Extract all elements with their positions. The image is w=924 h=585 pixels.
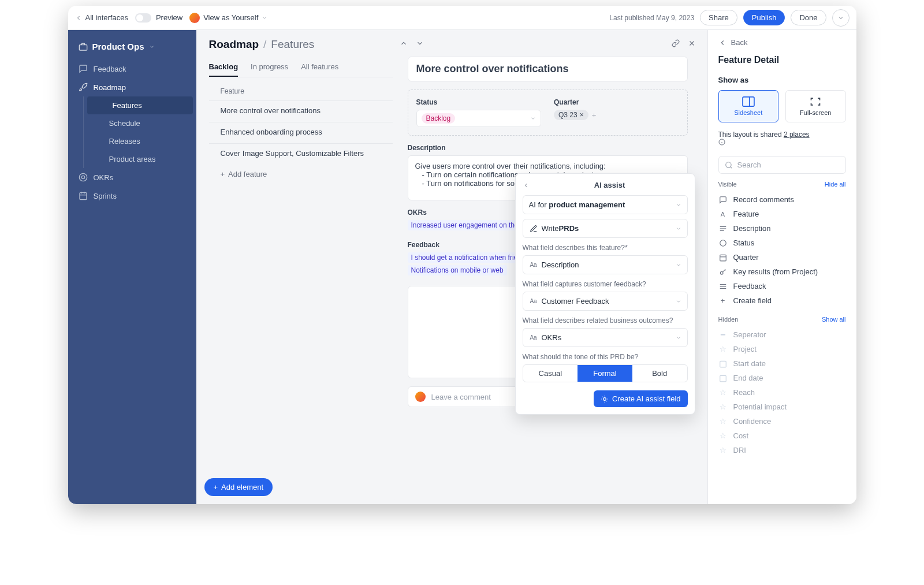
create-ai-field-button[interactable]: Create AI assist field bbox=[594, 390, 688, 407]
calendar-icon bbox=[718, 254, 728, 262]
view-as-dropdown[interactable]: View as Yourself bbox=[189, 13, 267, 23]
topbar-right: Last published May 9, 2023 Share Publish… bbox=[609, 9, 849, 27]
visible-field-keyresults[interactable]: Key results (from Project) bbox=[718, 264, 846, 279]
hidden-field-enddate[interactable]: End date bbox=[718, 371, 846, 385]
add-quarter-button[interactable]: + bbox=[592, 111, 597, 120]
sel-prefix: AI for bbox=[529, 200, 549, 209]
visible-field-feedback[interactable]: Feedback bbox=[718, 279, 846, 293]
all-interfaces-link[interactable]: All interfaces bbox=[75, 13, 128, 22]
show-all-button[interactable]: Show all bbox=[822, 316, 846, 323]
hidden-field-startdate[interactable]: Start date bbox=[718, 356, 846, 371]
info-icon[interactable] bbox=[718, 139, 846, 146]
visible-field-description[interactable]: Description bbox=[718, 221, 846, 236]
chevron-down-icon bbox=[149, 44, 155, 50]
feedback-field-select[interactable]: Aa Customer Feedback bbox=[523, 292, 688, 311]
close-icon[interactable]: × bbox=[580, 111, 584, 119]
more-menu-button[interactable] bbox=[832, 9, 850, 27]
okrs-linked-record[interactable]: Increased user engagement on the p bbox=[408, 220, 528, 230]
ai-action-select[interactable]: Write PRDs bbox=[523, 219, 688, 238]
create-field-button[interactable]: +Create field bbox=[718, 293, 846, 308]
show-as-fullscreen[interactable]: Full-screen bbox=[785, 90, 846, 122]
svg-rect-21 bbox=[720, 255, 726, 261]
publish-button[interactable]: Publish bbox=[743, 10, 785, 25]
plus-icon: + bbox=[718, 296, 728, 305]
feedback-linked-record[interactable]: Notifications on mobile or web bbox=[408, 265, 507, 275]
panel-back-button[interactable]: Back bbox=[718, 38, 846, 47]
add-element-button[interactable]: + Add element bbox=[204, 478, 273, 496]
field-label: Quarter bbox=[733, 253, 759, 262]
close-icon[interactable] bbox=[688, 39, 696, 47]
hidden-field-impact[interactable]: ☆Potential impact bbox=[718, 400, 846, 414]
sparkle-icon bbox=[601, 395, 609, 403]
feedback-linked-record[interactable]: I should get a notification when frien bbox=[408, 252, 525, 263]
breadcrumb-root[interactable]: Roadmap bbox=[209, 38, 259, 51]
feature-field-select[interactable]: Aa Description bbox=[523, 255, 688, 274]
link-icon[interactable] bbox=[672, 39, 680, 47]
avatar-icon bbox=[415, 392, 426, 402]
tone-bold-button[interactable]: Bold bbox=[632, 365, 687, 382]
sidebar-item-sprints[interactable]: Sprints bbox=[68, 187, 196, 205]
chevron-down-icon bbox=[676, 299, 681, 304]
field-label: Record comments bbox=[733, 195, 794, 204]
hidden-field-cost[interactable]: ☆Cost bbox=[718, 428, 846, 443]
sidebar-item-features[interactable]: Features bbox=[87, 96, 193, 114]
hidden-field-dri[interactable]: ☆DRI bbox=[718, 443, 846, 457]
chevron-up-icon[interactable] bbox=[400, 39, 408, 47]
quarter-tag[interactable]: Q3 23 × bbox=[554, 110, 588, 120]
record-title-input[interactable]: More control over notifications bbox=[408, 57, 688, 81]
hide-all-button[interactable]: Hide all bbox=[825, 181, 846, 188]
outcomes-field-select[interactable]: Aa OKRs bbox=[523, 328, 688, 347]
field-label: Potential impact bbox=[733, 403, 787, 411]
popover-back-button[interactable] bbox=[523, 182, 532, 189]
sidebar-item-feedback[interactable]: Feedback bbox=[68, 59, 196, 78]
hidden-field-confidence[interactable]: ☆Confidence bbox=[718, 414, 846, 428]
workspace-switcher[interactable]: Product Ops bbox=[68, 38, 196, 59]
right-panel: Back Feature Detail Show as Sidesheet Fu… bbox=[707, 30, 856, 504]
tone-casual-button[interactable]: Casual bbox=[523, 365, 578, 382]
sidebar-item-product-areas[interactable]: Product areas bbox=[84, 150, 196, 168]
tab-backlog[interactable]: Backlog bbox=[209, 58, 239, 77]
note-prefix: This layout is shared bbox=[718, 131, 784, 139]
status-field: Status Backlog bbox=[416, 98, 542, 127]
sidebar-item-releases[interactable]: Releases bbox=[84, 132, 196, 150]
shared-places-link[interactable]: 2 places bbox=[784, 131, 810, 139]
workspace-name: Product Ops bbox=[92, 42, 144, 51]
breadcrumb-leaf: Features bbox=[271, 38, 314, 51]
sidebar-item-schedule[interactable]: Schedule bbox=[84, 114, 196, 132]
description-label: Description bbox=[408, 144, 688, 152]
arrow-left-icon bbox=[75, 14, 82, 21]
show-as-sidesheet[interactable]: Sidesheet bbox=[718, 90, 779, 122]
field-search-input[interactable]: Search bbox=[718, 156, 846, 174]
sidebar-item-okrs[interactable]: OKRs bbox=[68, 168, 196, 187]
sel-bold: product management bbox=[549, 200, 625, 209]
user-icon: ☆ bbox=[718, 446, 728, 454]
sidebar-item-roadmap[interactable]: Roadmap bbox=[68, 78, 196, 96]
svg-rect-0 bbox=[79, 44, 87, 50]
comment-icon bbox=[718, 196, 728, 204]
visible-field-comments[interactable]: Record comments bbox=[718, 192, 846, 207]
back-label: Back bbox=[731, 38, 748, 47]
tab-all-features[interactable]: All features bbox=[301, 58, 338, 77]
hidden-field-project[interactable]: ☆Project bbox=[718, 342, 846, 356]
chevron-down-icon[interactable] bbox=[416, 39, 424, 47]
visible-field-quarter[interactable]: Quarter bbox=[718, 250, 846, 264]
shared-layout-note: This layout is shared 2 places bbox=[718, 131, 846, 146]
preview-toggle[interactable] bbox=[135, 13, 151, 23]
visible-field-status[interactable]: Status bbox=[718, 236, 846, 250]
chat-icon bbox=[79, 64, 88, 73]
ai-category-select[interactable]: AI for product management bbox=[523, 195, 688, 214]
tab-in-progress[interactable]: In progress bbox=[251, 58, 288, 77]
status-select[interactable]: Backlog bbox=[416, 110, 542, 127]
tone-formal-button[interactable]: Formal bbox=[578, 365, 632, 382]
text-icon: Aa bbox=[529, 298, 538, 304]
calendar-icon bbox=[718, 374, 728, 382]
hidden-field-reach[interactable]: ☆Reach bbox=[718, 385, 846, 400]
done-button[interactable]: Done bbox=[791, 10, 826, 25]
share-button[interactable]: Share bbox=[700, 10, 737, 25]
status-field-label: Status bbox=[416, 98, 542, 106]
pencil-icon bbox=[529, 225, 538, 233]
detail-nav bbox=[400, 39, 424, 47]
pop-question: What field describes related business ou… bbox=[523, 316, 688, 325]
hidden-field-separator[interactable]: ━Seperator bbox=[718, 327, 846, 342]
visible-field-feature[interactable]: AFeature bbox=[718, 207, 846, 221]
